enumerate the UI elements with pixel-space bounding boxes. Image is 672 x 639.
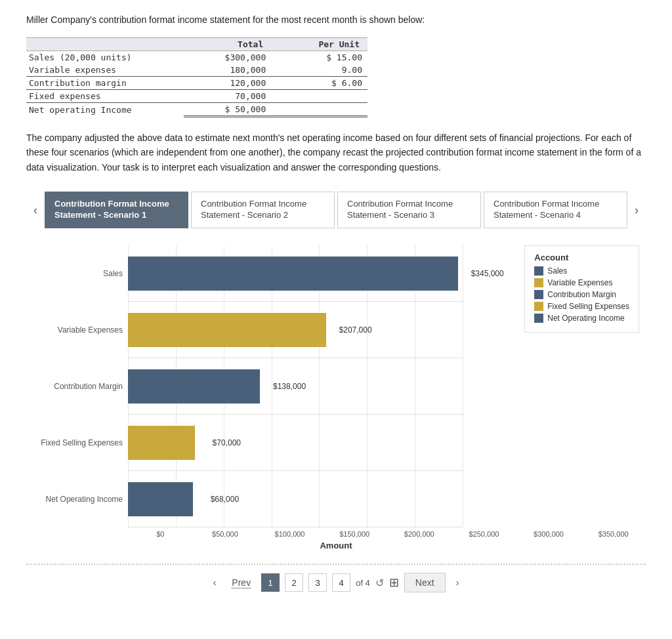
legend-color-sales bbox=[534, 266, 543, 276]
bar-value-contribution: $138,000 bbox=[273, 382, 306, 391]
bar-variable: $207,000 bbox=[128, 313, 326, 347]
income-table: Total Per Unit Sales (20,000 units) $300… bbox=[26, 37, 368, 117]
next-arrow[interactable]: › bbox=[451, 575, 465, 590]
legend-title: Account bbox=[534, 253, 629, 262]
row-label-variable: Variable expenses bbox=[26, 64, 184, 77]
table-row: Fixed expenses 70,000 bbox=[26, 90, 368, 103]
row-total-sales: $300,000 bbox=[184, 51, 271, 64]
x-label-200k: $200,000 bbox=[387, 530, 452, 538]
row-label-sales: Sales (20,000 units) bbox=[26, 51, 184, 64]
prev-button[interactable]: Prev bbox=[226, 575, 256, 590]
bar-sales: $345,000 bbox=[128, 257, 458, 291]
y-label-sales: Sales bbox=[103, 245, 123, 302]
tab-scenario-1[interactable]: Contribution Format Income Statement - S… bbox=[45, 192, 188, 228]
bar-row-sales: $345,000 bbox=[128, 245, 463, 302]
y-label-contribution: Contribution Margin bbox=[54, 358, 123, 415]
row-label-fixed: Fixed expenses bbox=[26, 90, 184, 103]
vgrid-7 bbox=[463, 245, 463, 527]
bar-net: $68,000 bbox=[128, 482, 193, 516]
page-number-1[interactable]: 1 bbox=[261, 573, 280, 592]
reset-icon[interactable]: ↺ bbox=[375, 577, 384, 589]
row-unit-variable: 9.00 bbox=[271, 64, 368, 77]
tabs-list: Contribution Format Income Statement - S… bbox=[45, 192, 627, 228]
intro-text: Miller Company's contribution format inc… bbox=[26, 13, 646, 27]
bar-value-sales: $345,000 bbox=[471, 269, 504, 278]
table-header-total: Total bbox=[184, 38, 271, 51]
legend-item-contribution: Contribution Margin bbox=[534, 290, 629, 299]
legend-label-variable: Variable Expenses bbox=[547, 278, 612, 287]
x-label-0: $0 bbox=[128, 530, 193, 538]
y-label-net: Net Operating Income bbox=[46, 471, 123, 527]
tab-arrow-right[interactable]: › bbox=[627, 190, 646, 230]
x-axis-title: Amount bbox=[26, 541, 646, 550]
description-text: The company adjusted the above data to e… bbox=[26, 131, 646, 175]
x-label-350k: $350,000 bbox=[581, 530, 646, 538]
legend-item-fixed: Fixed Selling Expenses bbox=[534, 302, 629, 311]
row-total-fixed: 70,000 bbox=[184, 90, 271, 103]
bar-contribution: $138,000 bbox=[128, 369, 260, 403]
grid-icon[interactable]: ⊞ bbox=[389, 575, 399, 590]
row-label-contribution: Contribution margin bbox=[26, 77, 184, 90]
row-total-variable: 180,000 bbox=[184, 64, 271, 77]
table-empty-header bbox=[26, 38, 184, 51]
x-label-150k: $150,000 bbox=[322, 530, 387, 538]
legend-color-fixed bbox=[534, 302, 543, 311]
bar-value-variable: $207,000 bbox=[339, 325, 372, 335]
legend-color-variable bbox=[534, 278, 543, 287]
x-axis: $0 $50,000 $100,000 $150,000 $200,000 $2… bbox=[128, 530, 646, 538]
legend-label-net: Net Operating Income bbox=[547, 314, 624, 323]
row-unit-fixed bbox=[271, 90, 368, 103]
row-unit-sales: $ 15.00 bbox=[271, 51, 368, 64]
page-of-text: of 4 bbox=[356, 578, 370, 588]
x-label-100k: $100,000 bbox=[257, 530, 322, 538]
legend-item-variable: Variable Expenses bbox=[534, 278, 629, 287]
tab-arrow-left[interactable]: ‹ bbox=[26, 190, 45, 230]
tabs-container: ‹ Contribution Format Income Statement -… bbox=[26, 190, 646, 230]
row-total-net: $ 50,000 bbox=[184, 103, 271, 117]
bars-section: $345,000 $207,000 $138,000 bbox=[128, 245, 463, 527]
bar-fixed: $70,000 bbox=[128, 426, 195, 460]
prev-arrow[interactable]: ‹ bbox=[208, 575, 222, 590]
bar-row-contribution: $138,000 bbox=[128, 358, 463, 415]
tab-scenario-4[interactable]: Contribution Format Income Statement - S… bbox=[484, 192, 627, 228]
legend-item-net: Net Operating Income bbox=[534, 314, 629, 323]
x-label-250k: $250,000 bbox=[452, 530, 516, 538]
page-number-4[interactable]: 4 bbox=[332, 573, 350, 592]
bar-value-fixed: $70,000 bbox=[213, 438, 241, 447]
inner-chart: Sales Variable Expenses Contribution Mar… bbox=[26, 245, 646, 527]
row-label-net: Net operating Income bbox=[26, 103, 184, 117]
row-total-contribution: 120,000 bbox=[184, 77, 271, 90]
table-header-per-unit: Per Unit bbox=[271, 38, 368, 51]
legend-label-sales: Sales bbox=[547, 266, 567, 276]
page-container: Miller Company's contribution format inc… bbox=[0, 0, 672, 639]
pagination: ‹ Prev 1 2 3 4 of 4 ↺ ⊞ Next › bbox=[26, 564, 646, 600]
page-number-3[interactable]: 3 bbox=[308, 573, 327, 592]
tab-scenario-3[interactable]: Contribution Format Income Statement - S… bbox=[337, 192, 481, 228]
table-row: Net operating Income $ 50,000 bbox=[26, 103, 368, 117]
bar-row-net: $68,000 bbox=[128, 471, 463, 527]
chart-wrapper: Sales Variable Expenses Contribution Mar… bbox=[26, 245, 646, 550]
legend-color-net bbox=[534, 314, 543, 323]
legend-label-fixed: Fixed Selling Expenses bbox=[547, 302, 629, 311]
legend-item-sales: Sales bbox=[534, 266, 629, 276]
table-row: Variable expenses 180,000 9.00 bbox=[26, 64, 368, 77]
legend-label-contribution: Contribution Margin bbox=[547, 290, 616, 299]
tab-scenario-2[interactable]: Contribution Format Income Statement - S… bbox=[191, 192, 335, 228]
y-label-fixed: Fixed Selling Expenses bbox=[41, 415, 123, 471]
chart-y-labels: Sales Variable Expenses Contribution Mar… bbox=[26, 245, 128, 527]
x-label-300k: $300,000 bbox=[516, 530, 581, 538]
next-button[interactable]: Next bbox=[404, 573, 446, 592]
page-number-2[interactable]: 2 bbox=[285, 573, 303, 592]
row-unit-contribution: $ 6.00 bbox=[271, 77, 368, 90]
bar-value-net: $68,000 bbox=[211, 495, 239, 504]
legend-color-contribution bbox=[534, 290, 543, 299]
y-label-variable: Variable Expenses bbox=[58, 302, 123, 358]
table-row: Contribution margin 120,000 $ 6.00 bbox=[26, 77, 368, 90]
bar-row-fixed: $70,000 bbox=[128, 415, 463, 471]
table-row: Sales (20,000 units) $300,000 $ 15.00 bbox=[26, 51, 368, 64]
row-unit-net bbox=[271, 103, 368, 117]
x-label-50k: $50,000 bbox=[193, 530, 258, 538]
bar-row-variable: $207,000 bbox=[128, 302, 463, 358]
chart-legend: Account Sales Variable Expenses Contribu… bbox=[524, 245, 639, 333]
